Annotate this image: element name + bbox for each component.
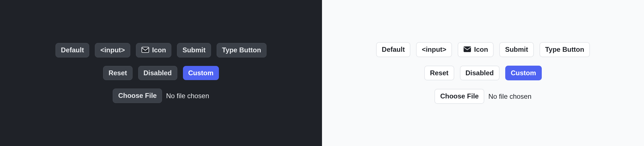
icon-button[interactable]: Icon — [136, 43, 171, 57]
custom-button[interactable]: Custom — [505, 66, 542, 81]
choose-file-button[interactable]: Choose File — [434, 89, 484, 104]
submit-button[interactable]: Submit — [177, 43, 211, 57]
file-input-row: Choose File No file chosen — [434, 89, 531, 104]
default-button[interactable]: Default — [376, 42, 410, 57]
button-row-1: Default <input> Icon Submit Type Button — [56, 43, 266, 57]
input-button[interactable]: <input> — [95, 43, 130, 57]
type-button[interactable]: Type Button — [217, 43, 266, 57]
icon-button[interactable]: Icon — [458, 42, 494, 57]
disabled-button: Disabled — [460, 66, 500, 81]
custom-button[interactable]: Custom — [183, 66, 219, 80]
mail-icon — [463, 46, 471, 53]
mail-icon — [141, 47, 149, 53]
light-theme-panel: Default <input> Icon Submit Type Button … — [322, 0, 644, 146]
disabled-button: Disabled — [138, 66, 177, 80]
svg-rect-0 — [142, 47, 149, 53]
input-button[interactable]: <input> — [416, 42, 452, 57]
submit-button[interactable]: Submit — [499, 42, 534, 57]
icon-button-label: Icon — [152, 46, 166, 54]
reset-button[interactable]: Reset — [103, 66, 132, 80]
file-input-row: Choose File No file chosen — [113, 89, 209, 103]
reset-button[interactable]: Reset — [424, 66, 454, 81]
svg-rect-1 — [464, 46, 471, 52]
file-status-text: No file chosen — [166, 92, 209, 100]
file-status-text: No file chosen — [488, 93, 531, 100]
button-row-2: Reset Disabled Custom — [424, 66, 542, 81]
dark-theme-panel: Default <input> Icon Submit Type Button … — [0, 0, 322, 146]
choose-file-button[interactable]: Choose File — [113, 89, 162, 103]
button-row-2: Reset Disabled Custom — [103, 66, 219, 80]
default-button[interactable]: Default — [56, 43, 89, 57]
icon-button-label: Icon — [474, 46, 488, 54]
type-button[interactable]: Type Button — [539, 42, 590, 57]
button-row-1: Default <input> Icon Submit Type Button — [376, 42, 590, 57]
